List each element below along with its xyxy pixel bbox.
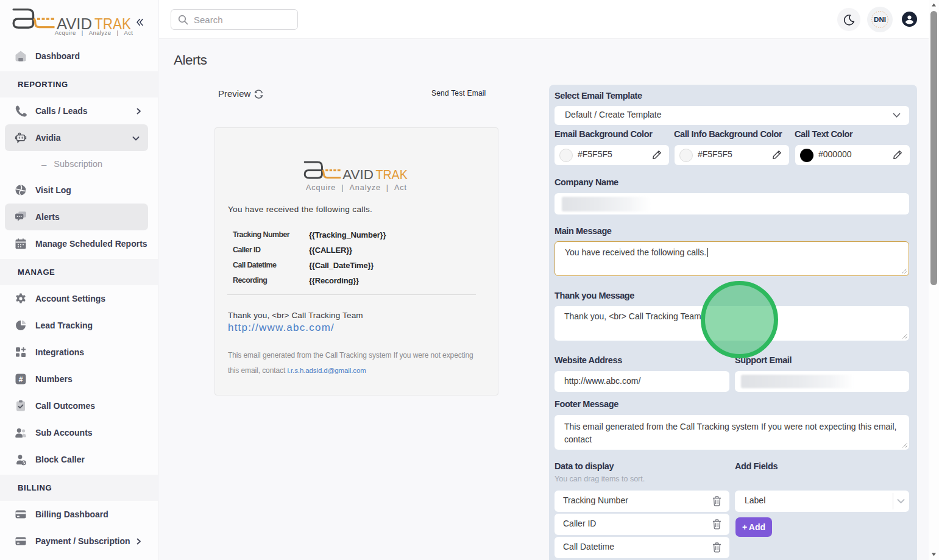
svg-text:AVID: AVID: [57, 15, 92, 31]
svg-text:AVID: AVID: [342, 166, 374, 181]
svg-text:TRAK: TRAK: [375, 166, 408, 181]
svg-text:TRAK: TRAK: [94, 15, 132, 31]
svg-text:DNI: DNI: [874, 16, 886, 23]
svg-text:#: #: [19, 375, 23, 384]
